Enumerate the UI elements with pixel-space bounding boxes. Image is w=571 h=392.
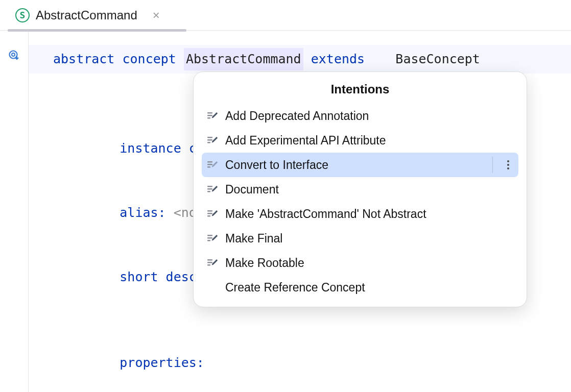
- svg-rect-2: [207, 112, 212, 114]
- keyword-abstract: abstract: [53, 48, 114, 70]
- intention-pencil-icon: [207, 135, 218, 146]
- intention-pencil-icon: [207, 110, 218, 121]
- svg-rect-5: [207, 137, 212, 138]
- intention-item-1[interactable]: Add Experimental API Attribute: [194, 128, 527, 153]
- intention-item-5[interactable]: Make Final: [194, 226, 527, 251]
- svg-rect-17: [207, 235, 212, 236]
- intentions-popup-title: Intentions: [194, 72, 527, 104]
- svg-rect-4: [207, 117, 210, 119]
- svg-rect-13: [207, 191, 210, 192]
- editor-gutter: [0, 31, 29, 392]
- show-usages-icon[interactable]: [8, 49, 21, 62]
- properties-section[interactable]: properties:: [29, 331, 571, 392]
- intention-item-6[interactable]: Make Rootable: [194, 251, 527, 275]
- intention-item-divider: [492, 157, 493, 173]
- base-concept[interactable]: BaseConcept: [395, 48, 480, 70]
- intention-item-label: Make Final: [225, 232, 282, 246]
- intention-item-label: Add Deprecated Annotation: [225, 109, 369, 123]
- svg-rect-21: [207, 262, 212, 263]
- svg-rect-18: [207, 237, 212, 239]
- svg-rect-15: [207, 213, 212, 214]
- svg-rect-9: [207, 164, 212, 165]
- intention-pencil-icon: [207, 184, 218, 195]
- editor-tab-abstractcommand[interactable]: S AbstractCommand ×: [14, 0, 165, 31]
- svg-rect-14: [207, 210, 212, 212]
- keyword-extends: extends: [311, 48, 365, 70]
- intention-pencil-icon: [207, 208, 218, 219]
- tab-bar: S AbstractCommand ×: [0, 0, 571, 31]
- intention-item-label: Convert to Interface: [225, 158, 328, 172]
- svg-point-0: [9, 51, 17, 59]
- structure-concept-letter: S: [20, 10, 26, 20]
- svg-rect-11: [207, 186, 212, 187]
- intention-item-label: Add Experimental API Attribute: [225, 134, 386, 148]
- svg-rect-7: [207, 142, 210, 143]
- intention-item-7[interactable]: Create Reference Concept: [194, 275, 527, 300]
- intention-item-3[interactable]: Document: [194, 177, 527, 202]
- concept-name-selection[interactable]: AbstractCommand: [184, 48, 303, 70]
- tab-close-button[interactable]: ×: [153, 9, 160, 21]
- intention-more-icon[interactable]: [507, 160, 509, 169]
- svg-rect-20: [207, 259, 212, 261]
- intention-item-label: Make Rootable: [225, 256, 304, 270]
- svg-rect-12: [207, 188, 212, 190]
- intentions-popup: Intentions Add Deprecated Annotation Add…: [193, 71, 527, 307]
- svg-point-1: [12, 53, 15, 56]
- svg-rect-3: [207, 115, 212, 116]
- concept-declaration-line[interactable]: abstract concept AbstractCommand extends…: [29, 45, 571, 74]
- intention-pencil-icon: [207, 159, 218, 170]
- intention-item-0[interactable]: Add Deprecated Annotation: [194, 104, 527, 128]
- svg-rect-8: [207, 161, 212, 163]
- structure-concept-icon: S: [15, 8, 30, 22]
- intention-pencil-icon: [207, 257, 218, 268]
- svg-rect-10: [207, 166, 210, 168]
- tab-title: AbstractCommand: [36, 8, 137, 22]
- keyword-concept: concept: [122, 48, 176, 70]
- intention-pencil-icon: [207, 233, 218, 244]
- svg-rect-16: [207, 215, 210, 217]
- svg-rect-6: [207, 139, 212, 141]
- svg-rect-22: [207, 264, 210, 266]
- intention-item-label: Make 'AbstractCommand' Not Abstract: [225, 207, 426, 221]
- intention-item-label: Create Reference Concept: [225, 281, 365, 295]
- intention-item-4[interactable]: Make 'AbstractCommand' Not Abstract: [194, 202, 527, 226]
- intention-item-2[interactable]: Convert to Interface: [202, 153, 518, 177]
- intention-item-label: Document: [225, 183, 279, 197]
- svg-rect-19: [207, 240, 210, 241]
